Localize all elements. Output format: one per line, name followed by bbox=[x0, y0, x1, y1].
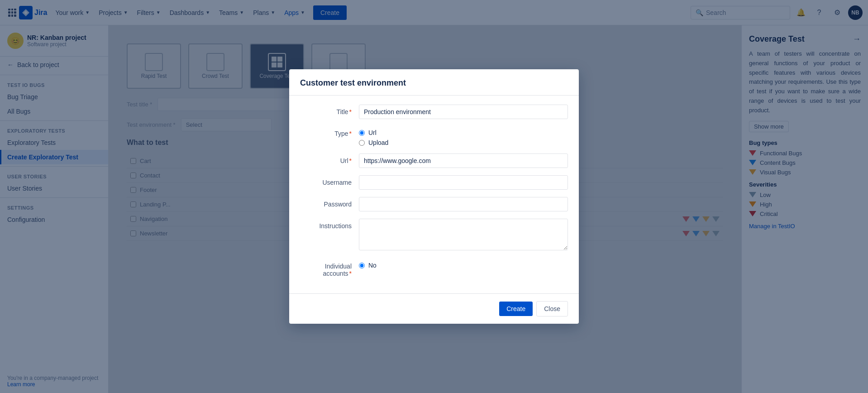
type-control: Url Upload bbox=[359, 126, 568, 146]
form-row-individual-accounts: Individual accounts No bbox=[300, 259, 568, 277]
form-row-title: Title bbox=[300, 105, 568, 119]
username-input[interactable] bbox=[359, 175, 568, 190]
instructions-textarea[interactable] bbox=[359, 219, 568, 250]
type-url-option[interactable]: Url bbox=[359, 129, 568, 136]
type-label: Type bbox=[300, 126, 359, 137]
title-control bbox=[359, 105, 568, 119]
url-label: Url bbox=[300, 153, 359, 164]
form-row-instructions: Instructions bbox=[300, 219, 568, 252]
modal-footer: Create Close bbox=[289, 293, 579, 324]
modal-dialog: Customer test environment Title Type Url bbox=[289, 69, 579, 324]
password-label: Password bbox=[300, 197, 359, 208]
individual-accounts-label: Individual accounts bbox=[300, 259, 359, 277]
password-input[interactable] bbox=[359, 197, 568, 211]
title-input[interactable] bbox=[359, 105, 568, 119]
type-url-radio[interactable] bbox=[359, 130, 365, 136]
individual-accounts-control: No bbox=[359, 259, 568, 269]
url-input[interactable] bbox=[359, 153, 568, 168]
password-control bbox=[359, 197, 568, 211]
instructions-control bbox=[359, 219, 568, 252]
modal-title: Customer test environment bbox=[300, 78, 568, 88]
type-upload-option[interactable]: Upload bbox=[359, 139, 568, 146]
username-label: Username bbox=[300, 175, 359, 186]
form-row-url: Url bbox=[300, 153, 568, 168]
modal-header: Customer test environment bbox=[289, 69, 579, 96]
type-upload-radio[interactable] bbox=[359, 140, 365, 146]
title-label: Title bbox=[300, 105, 359, 115]
form-row-username: Username bbox=[300, 175, 568, 190]
form-row-password: Password bbox=[300, 197, 568, 211]
form-row-type: Type Url Upload bbox=[300, 126, 568, 146]
username-control bbox=[359, 175, 568, 190]
url-control bbox=[359, 153, 568, 168]
close-button[interactable]: Close bbox=[536, 301, 568, 316]
modal-body: Title Type Url Upload bbox=[289, 96, 579, 293]
instructions-label: Instructions bbox=[300, 219, 359, 230]
modal-overlay: Customer test environment Title Type Url bbox=[0, 0, 868, 393]
create-button[interactable]: Create bbox=[499, 302, 533, 316]
individual-no-radio[interactable] bbox=[359, 263, 365, 268]
individual-no-option[interactable]: No bbox=[359, 262, 568, 269]
